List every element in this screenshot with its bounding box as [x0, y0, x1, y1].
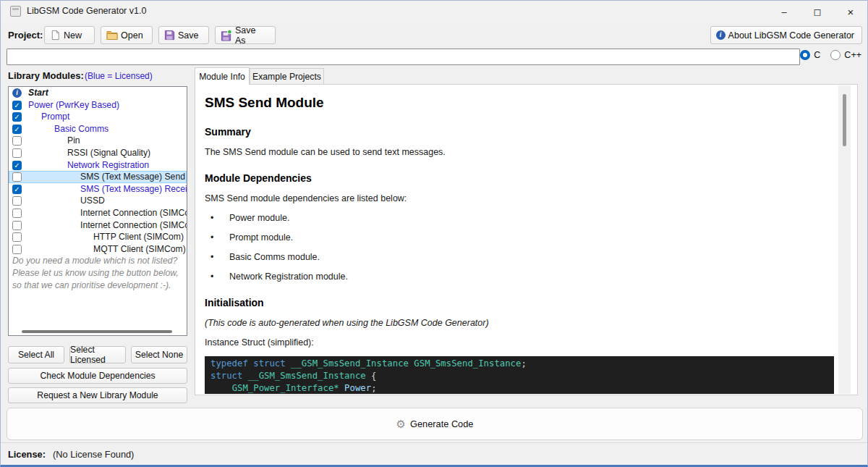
new-button[interactable]: New: [44, 26, 95, 44]
module-row[interactable]: Pin: [9, 135, 187, 147]
tab-module-info[interactable]: Module Info: [195, 67, 250, 85]
init-note: (This code is auto-generated when using …: [205, 318, 834, 328]
window-title: LibGSM Code Generator v1.0: [27, 6, 146, 16]
module-label: Internet Connection (SIMCom 2G): [80, 207, 187, 219]
vertical-scrollbar-track[interactable]: [838, 85, 851, 394]
module-row[interactable]: Internet Connection (SIMCom LTE): [9, 219, 187, 232]
gear-icon: ⚙: [396, 418, 406, 431]
doc-viewport: SMS Send Module Summary The SMS Send mod…: [196, 85, 838, 394]
save-floppy-icon: [164, 30, 175, 41]
radio-cpp[interactable]: C++: [830, 50, 861, 60]
module-checkbox[interactable]: ✓: [12, 125, 22, 134]
vertical-scrollbar-thumb[interactable]: [843, 94, 846, 146]
app-window: LibGSM Code Generator v1.0 – ◻ × Project…: [0, 0, 868, 467]
open-button-label: Open: [121, 30, 143, 41]
code-block: typedef struct __GSM_SmsSend_Instance GS…: [205, 356, 834, 394]
module-row[interactable]: ✓Basic Comms: [9, 123, 187, 135]
module-label: Power (PwrKey Based): [28, 99, 119, 112]
module-label: SMS (Text Message) Receive: [80, 183, 187, 195]
open-button[interactable]: Open: [101, 26, 153, 44]
horizontal-scrollbar[interactable]: [22, 330, 172, 333]
code-line: GSM_Power_Interface* Power;: [210, 382, 828, 394]
module-note-line: Please let us know using the button belo…: [9, 267, 187, 279]
module-checkbox[interactable]: [12, 148, 22, 158]
dependencies-list: Power module.Prompt module.Basic Comms m…: [205, 213, 834, 282]
init-heading: Initialisation: [205, 297, 834, 308]
module-row[interactable]: RSSI (Signal Quality): [9, 147, 187, 159]
module-row[interactable]: iStart: [9, 87, 187, 99]
tab-example-projects[interactable]: Example Projects: [250, 68, 324, 85]
summary-heading: Summary: [205, 126, 834, 138]
module-row[interactable]: ✓Power (PwrKey Based): [9, 99, 187, 112]
module-row[interactable]: HTTP Client (SIMCom): [9, 231, 187, 243]
select-licensed-button[interactable]: Select Licensed: [69, 346, 126, 363]
module-label: Network Registration: [67, 159, 149, 172]
module-label: Basic Comms: [54, 123, 109, 135]
module-checkbox[interactable]: [12, 136, 22, 146]
module-label: Pin: [67, 135, 80, 147]
module-label: MQTT Client (SIMCom): [93, 243, 186, 256]
language-radio-group: C C++: [800, 50, 861, 60]
licensed-hint-label: (Blue = Licensed): [85, 71, 153, 81]
module-checkbox[interactable]: ✓: [12, 185, 22, 194]
code-line: struct __GSM_SmsSend_Instance {: [210, 370, 828, 382]
module-checkbox[interactable]: [12, 232, 22, 242]
module-row[interactable]: USSD: [9, 195, 187, 207]
save-as-button[interactable]: Save As: [215, 26, 276, 44]
maximize-button[interactable]: ◻: [801, 1, 834, 22]
init-struct-label: Instance Struct (simplified):: [205, 337, 834, 348]
check-dependencies-button[interactable]: Check Module Dependencies: [8, 368, 187, 384]
module-label: RSSI (Signal Quality): [67, 147, 150, 159]
module-checkbox[interactable]: ✓: [12, 112, 22, 122]
save-as-button-label: Save As: [235, 25, 268, 46]
module-info-panel: SMS Send Module Summary The SMS Send mod…: [195, 84, 858, 395]
generate-code-label: Generate Code: [410, 418, 474, 429]
module-label: HTTP Client (SIMCom): [93, 231, 184, 243]
module-row[interactable]: Internet Connection (SIMCom 2G): [9, 207, 187, 219]
save-button[interactable]: Save: [158, 26, 209, 44]
module-checkbox[interactable]: [12, 209, 22, 218]
module-checkbox[interactable]: [12, 196, 22, 206]
info-icon: i: [716, 30, 726, 40]
module-note-line: Do you need a module which is not listed…: [9, 255, 187, 267]
select-none-button[interactable]: Select None: [131, 346, 187, 363]
radio-cpp-label: C++: [844, 50, 861, 60]
module-row[interactable]: ✓Prompt: [9, 111, 187, 123]
module-checkbox[interactable]: [12, 245, 22, 254]
title-bar: LibGSM Code Generator v1.0 – ◻ ×: [1, 1, 867, 22]
doc-title: SMS Send Module: [205, 95, 834, 111]
minimize-button[interactable]: –: [767, 1, 801, 22]
module-label: Internet Connection (SIMCom LTE): [80, 219, 187, 232]
toolbar: Project: New Open Save Save As i About L…: [1, 22, 867, 47]
module-checkbox[interactable]: [12, 221, 22, 230]
about-button-label: About LibGSM Code Generator: [728, 30, 854, 41]
close-button[interactable]: ×: [834, 1, 867, 22]
module-checkbox[interactable]: ✓: [12, 101, 22, 110]
module-label: SMS (Text Message) Send: [80, 171, 185, 183]
code-line: typedef struct __GSM_SmsSend_Instance GS…: [210, 358, 828, 370]
module-label: Start: [28, 87, 48, 99]
module-row[interactable]: ✓SMS (Text Message) Receive: [9, 183, 187, 195]
new-file-icon: [50, 30, 61, 41]
dependencies-heading: Module Dependencies: [205, 172, 834, 184]
request-module-button[interactable]: Request a New Library Module: [8, 387, 187, 403]
module-row[interactable]: SMS (Text Message) Send: [9, 171, 187, 183]
open-folder-icon: [106, 30, 118, 41]
project-path-input[interactable]: [7, 49, 800, 65]
module-list[interactable]: iStart✓Power (PwrKey Based)✓Prompt✓Basic…: [8, 86, 187, 336]
new-button-label: New: [64, 30, 82, 41]
info-icon: i: [12, 88, 22, 98]
radio-c-label: C: [814, 50, 820, 60]
module-checkbox[interactable]: ✓: [12, 161, 22, 170]
radio-c[interactable]: C: [800, 50, 820, 60]
module-row[interactable]: MQTT Client (SIMCom): [9, 243, 187, 256]
save-as-floppy-icon: [221, 30, 232, 41]
module-checkbox[interactable]: [12, 172, 22, 182]
select-all-button[interactable]: Select All: [8, 346, 64, 363]
module-label: Prompt: [41, 111, 69, 123]
about-button[interactable]: i About LibGSM Code Generator: [710, 26, 862, 44]
license-value: (No License Found): [53, 449, 134, 460]
generate-code-button[interactable]: ⚙ Generate Code: [7, 408, 863, 440]
radio-selected-icon: [800, 50, 810, 60]
module-row[interactable]: ✓Network Registration: [9, 159, 187, 172]
